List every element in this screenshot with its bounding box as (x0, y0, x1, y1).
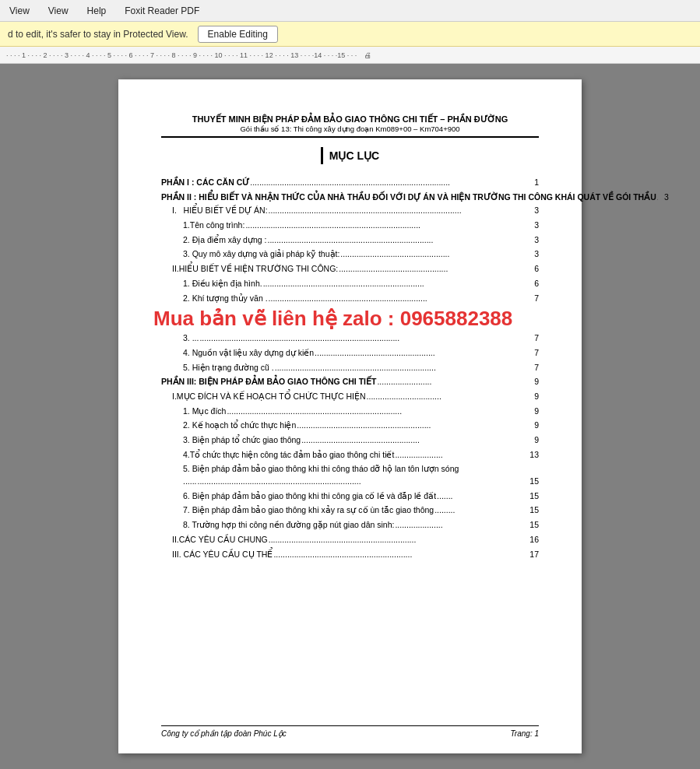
toc-row-2-5: 5. Hiện trạng đường cũ . ...............… (161, 362, 539, 374)
protected-bar: d to edit, it's safer to stay in Protect… (0, 22, 700, 47)
header-divider (161, 136, 539, 138)
toc-page-part1: 1 (528, 177, 539, 188)
toc-page-3-4: 13 (528, 449, 539, 461)
toc-dots-p3s3: ........................................… (273, 549, 528, 561)
toc-page-2-2: 7 (528, 293, 539, 304)
toc-row-3-5: 5. Biện pháp đảm bảo giao thông khi thi … (161, 463, 539, 475)
toc-dots-2-4: ........................................… (314, 347, 528, 360)
toc-text-3-5: 5. Biện pháp đảm bảo giao thông khi thi … (183, 463, 459, 475)
toc-row-sec1: I. HIỂU BIẾT VỀ DỰ ÁN: .................… (161, 205, 539, 217)
toc-page-2-4: 7 (528, 347, 539, 359)
menu-foxit[interactable]: Foxit Reader PDF (121, 4, 202, 18)
toc-row-sec2: II.HIỂU BIẾT VỀ HIỆN TRƯỜNG THI CÔNG: ..… (161, 263, 539, 276)
toc-page-1-1: 3 (528, 219, 539, 231)
toc-dots-1-3: ........................................… (339, 248, 528, 261)
toc-page-3-8: 15 (528, 519, 539, 531)
toc-page-3-3: 9 (528, 434, 539, 446)
toc-row-part1: PHẦN I : CÁC CĂN CỨ ....................… (161, 177, 539, 189)
toc-dots-p3s1: ................................. (366, 391, 528, 403)
toc-row-3-7: 7. Biện pháp đảm bảo giao thông khi xảy … (161, 504, 539, 517)
toc-page-p3s2: 16 (528, 534, 539, 546)
toc-row-3-3: 3. Biện pháp tổ chức giao thông ........… (161, 434, 539, 447)
toc-dots-sec1: ........................................… (268, 205, 528, 217)
toc-row-part2: PHẦN II : HIỂU BIẾT VÀ NHẬN THỨC CỦA NHÀ… (161, 191, 539, 204)
toc-title-text: MỤC LỤC (329, 149, 379, 162)
document-page: THUYẾT MINH BIỆN PHÁP ĐẢM BẢO GIAO THÔNG… (118, 79, 582, 753)
toc-text-p3s1: I.MỤC ĐÍCH VÀ KẾ HOẠCH TỔ CHỨC THỰC HIỆN (172, 391, 366, 402)
toc-row-p3s3: III. CÁC YÊU CẦU CỤ THỂ ................… (161, 549, 539, 561)
toc-text-3-3: 3. Biện pháp tổ chức giao thông (183, 434, 301, 446)
toc-dots-2-1: ........................................… (262, 278, 528, 290)
toc-text-3-1: 1. Mục đích (183, 406, 226, 417)
toc-dots-sec2: ........................................… (338, 263, 528, 276)
toc-dots-1-1: ........................................… (244, 219, 528, 232)
toc-text-p3s3: III. CÁC YÊU CẦU CỤ THỂ (172, 549, 273, 560)
toc-text-part3: PHẦN III: BIỆN PHÁP ĐẢM BẢO GIAO THÔNG C… (161, 376, 376, 388)
ruler-bar: · · · · 1 · · · · 2 · · · · 3 · · · · 4 … (0, 47, 700, 64)
toc-page-2-3: 7 (528, 332, 539, 344)
toc-text-2-4: 4. Nguồn vật liệu xây dựng dự kiến (183, 347, 314, 359)
toc-page-2-5: 7 (528, 362, 539, 374)
toc-text-3-6: 6. Biện pháp đảm bảo giao thông khi thi … (183, 490, 436, 502)
toc-text-3-4: 4.Tổ chức thực hiện công tác đảm bảo gia… (183, 449, 394, 461)
toc-dots-3-3: ........................................… (301, 434, 528, 447)
toc-dots-part1: ........................................… (249, 177, 528, 189)
toc-row-2-4: 4. Nguồn vật liệu xây dựng dự kiến .....… (161, 347, 539, 360)
doc-header: THUYẾT MINH BIỆN PHÁP ĐẢM BẢO GIAO THÔNG… (161, 114, 539, 133)
toc-dots-3-2: ........................................… (296, 420, 528, 432)
toc-dots-2-2: ........................................… (268, 293, 528, 305)
toc-row-3-2: 2. Kế hoạch tổ chức thực hiện ..........… (161, 420, 539, 432)
toc-text-sec2: II.HIỂU BIẾT VỀ HIỆN TRƯỜNG THI CÔNG: (172, 263, 338, 275)
toc-text-1-1: 1.Tên công trình: (183, 219, 244, 231)
toc-row-2-2: 2. Khí tượng thủy văn . ................… (161, 293, 539, 305)
toc-page-p3s1: 9 (528, 391, 539, 402)
toc-page-3-2: 9 (528, 420, 539, 431)
toc-row-2-1: 1. Điều kiện địa hình. .................… (161, 278, 539, 290)
toc-row-1-1: 1.Tên công trình: ......................… (161, 219, 539, 232)
toc-row-1-3: 3. Quy mô xây dựng và giải pháp kỹ thuật… (161, 248, 539, 261)
menu-help[interactable]: Help (84, 4, 110, 18)
toc-dots-1-2: ........................................… (266, 234, 528, 247)
toc-page-2-1: 6 (528, 278, 539, 290)
toc-row-2-3: 3. ... .................................… (161, 332, 539, 345)
menu-view1[interactable]: View (6, 4, 33, 18)
toc-page-sec2: 6 (528, 263, 539, 275)
page-footer: Công ty cổ phần tập đoàn Phúc Lộc Trang:… (161, 725, 539, 738)
toc-text-p3s2: II.CÁC YÊU CẦU CHUNG (172, 534, 268, 546)
toc-text-2-5: 5. Hiện trạng đường cũ . (183, 362, 274, 374)
toc-dots-part3: ........................ (376, 376, 528, 388)
enable-editing-button[interactable]: Enable Editing (198, 26, 278, 43)
toc-page-3-1: 9 (528, 406, 539, 417)
toc-row-1-2: 2. Địa điểm xây dựng : .................… (161, 234, 539, 247)
doc-sub-title: Gói thầu số 13: Thi công xây dựng đoạn K… (161, 125, 539, 133)
toc-dots-3-1: ........................................… (226, 406, 528, 418)
toc-page-3-6: 15 (528, 490, 539, 502)
toc-dots-3-8: ..................... (394, 519, 528, 532)
toc-page-3-5b: 15 (528, 476, 539, 487)
toc-dots-p3s2: ........................................… (268, 534, 528, 546)
toc-title: MỤC LỤC (161, 147, 539, 164)
toc-page-sec1: 3 (528, 205, 539, 216)
toc-text-part2: PHẦN II : HIỂU BIẾT VÀ NHẬN THỨC CỦA NHÀ… (161, 191, 656, 203)
toc-page-p3s3: 17 (528, 549, 539, 560)
doc-main-title: THUYẾT MINH BIỆN PHÁP ĐẢM BẢO GIAO THÔNG… (161, 114, 539, 125)
zalo-watermark: Mua bản vẽ liên hệ zalo : 0965882388 (153, 307, 539, 331)
toc-row-3-5b: ...... .................................… (161, 476, 539, 488)
toc-row-p3s2: II.CÁC YÊU CẦU CHUNG ...................… (161, 534, 539, 546)
toc-page-1-2: 3 (528, 234, 539, 246)
toc-dots-2-5: ........................................… (274, 362, 528, 374)
toc-text-2-2: 2. Khí tượng thủy văn . (183, 293, 268, 304)
ruler-content: · · · · 1 · · · · 2 · · · · 3 · · · · 4 … (0, 51, 700, 59)
toc-page-1-3: 3 (528, 248, 539, 260)
toc-row-part3: PHẦN III: BIỆN PHÁP ĐẢM BẢO GIAO THÔNG C… (161, 376, 539, 388)
footer-right: Trang: 1 (511, 729, 540, 738)
toc-text-part1: PHẦN I : CÁC CĂN CỨ (161, 177, 249, 188)
toc-text-1-3: 3. Quy mô xây dựng và giải pháp kỹ thuật… (183, 248, 339, 260)
toc-text-1-2: 2. Địa điểm xây dựng : (183, 234, 266, 246)
menu-view2[interactable]: View (45, 4, 72, 18)
toc-page-part2: 3 (658, 191, 669, 203)
toc-text-sec1: I. HIỂU BIẾT VỀ DỰ ÁN: (172, 205, 268, 216)
toc-page-3-7: 15 (528, 504, 539, 516)
toc-row-3-1: 1. Mục đích ............................… (161, 406, 539, 418)
toc-row-3-6: 6. Biện pháp đảm bảo giao thông khi thi … (161, 490, 539, 503)
